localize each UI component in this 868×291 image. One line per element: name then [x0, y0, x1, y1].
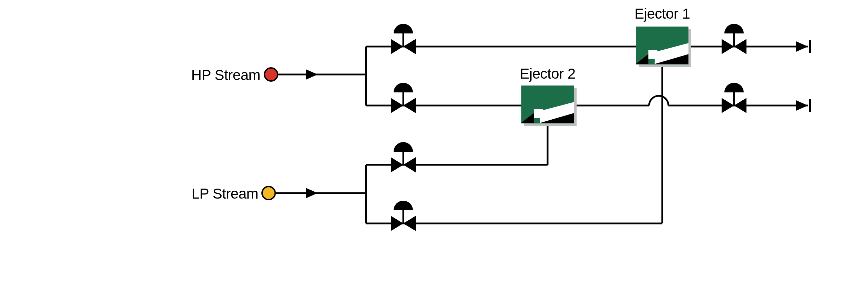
outlet1-arrow-icon: [796, 40, 810, 53]
ejector1-label: Ejector 1: [634, 6, 690, 22]
hp-stream-source-icon: [264, 68, 278, 81]
outlet2-arrow-icon: [796, 99, 810, 112]
ejector2-label: Ejector 2: [520, 66, 575, 82]
ejector-schematic: HP Stream LP Stream Ejector 1 Ejector 2: [0, 0, 868, 291]
lp-stream-source-icon: [262, 187, 275, 200]
hp-stream-label: HP Stream: [191, 67, 260, 83]
ejector2-outlet-valve-icon: [722, 83, 746, 113]
ejector1-icon: [636, 27, 691, 67]
ejector1-outlet-valve-icon: [722, 24, 746, 54]
ejector2-icon: [521, 86, 577, 126]
pipe-hop-arc: [649, 96, 668, 106]
lp-stream-label: LP Stream: [192, 185, 258, 202]
lp-inlet-arrow-icon: [306, 188, 318, 198]
lp-top-valve-icon: [391, 142, 416, 172]
hp-top-inlet-valve-icon: [391, 24, 416, 54]
lp-bot-valve-icon: [391, 201, 416, 231]
hp-bot-inlet-valve-icon: [391, 83, 416, 113]
hp-inlet-arrow-icon: [306, 69, 318, 80]
